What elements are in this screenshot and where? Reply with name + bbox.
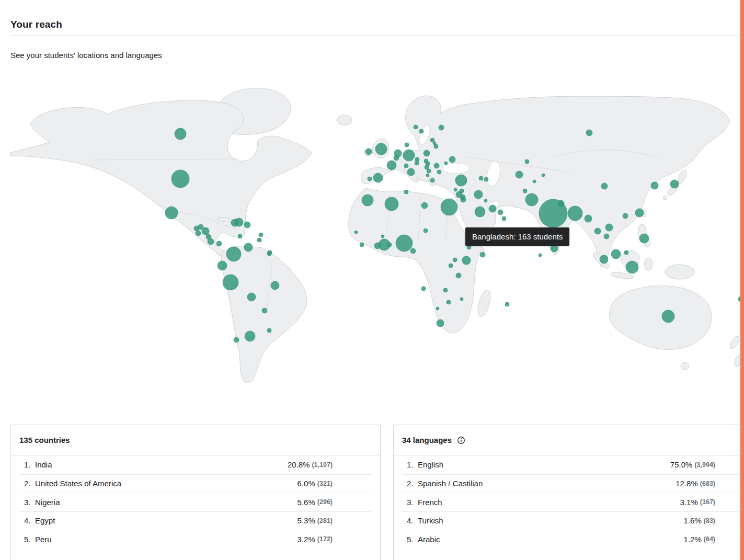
map-bubble[interactable] bbox=[426, 174, 429, 177]
map-bubble[interactable] bbox=[454, 188, 457, 191]
map-bubble[interactable] bbox=[670, 180, 679, 188]
map-bubble[interactable] bbox=[439, 125, 444, 130]
map-bubble[interactable] bbox=[171, 170, 189, 188]
map-bubble[interactable] bbox=[244, 222, 250, 228]
map-bubble[interactable] bbox=[568, 206, 582, 221]
map-bubble[interactable] bbox=[175, 128, 186, 140]
map-bubble[interactable] bbox=[423, 150, 430, 156]
map-bubble[interactable] bbox=[415, 161, 419, 165]
map-bubble[interactable] bbox=[453, 258, 457, 262]
map-bubble[interactable] bbox=[365, 148, 372, 155]
map-bubble[interactable] bbox=[245, 331, 255, 341]
map-bubble[interactable] bbox=[475, 207, 485, 217]
map-bubble[interactable] bbox=[421, 287, 426, 291]
map-bubble[interactable] bbox=[447, 300, 451, 304]
map-bubble[interactable] bbox=[373, 173, 383, 182]
map-bubble[interactable] bbox=[430, 178, 434, 182]
map-bubble[interactable] bbox=[423, 228, 428, 233]
map-bubble[interactable] bbox=[611, 249, 621, 259]
map-bubble[interactable] bbox=[208, 238, 214, 245]
map-bubble[interactable] bbox=[437, 170, 441, 174]
map-bubble[interactable] bbox=[460, 298, 463, 301]
map-bubble[interactable] bbox=[238, 234, 242, 238]
map-bubble[interactable] bbox=[523, 189, 527, 193]
map-bubble[interactable] bbox=[441, 199, 457, 215]
map-bubble[interactable] bbox=[387, 243, 392, 247]
map-bubble[interactable] bbox=[455, 175, 467, 186]
map-bubble[interactable] bbox=[479, 176, 483, 180]
map-bubble[interactable] bbox=[404, 190, 408, 194]
map-bubble[interactable] bbox=[247, 293, 256, 301]
map-bubble[interactable] bbox=[639, 234, 649, 243]
map-bubble[interactable] bbox=[262, 308, 267, 313]
map-bubble[interactable] bbox=[484, 177, 488, 181]
map-bubble[interactable] bbox=[461, 197, 466, 202]
map-bubble[interactable] bbox=[449, 156, 455, 163]
map-bubble[interactable] bbox=[394, 155, 399, 161]
map-bubble[interactable] bbox=[354, 231, 358, 234]
map-bubble[interactable] bbox=[533, 180, 536, 183]
map-bubble[interactable] bbox=[362, 195, 373, 206]
map-bubble[interactable] bbox=[196, 231, 201, 236]
map-bubble[interactable] bbox=[407, 168, 415, 176]
map-bubble[interactable] bbox=[267, 328, 271, 333]
map-bubble[interactable] bbox=[385, 197, 398, 211]
map-bubble[interactable] bbox=[480, 252, 485, 257]
map-bubble[interactable] bbox=[421, 202, 428, 209]
map-bubble[interactable] bbox=[551, 245, 558, 252]
map-bubble[interactable] bbox=[360, 243, 364, 247]
map-bubble[interactable] bbox=[381, 235, 384, 238]
map-bubble[interactable] bbox=[410, 248, 416, 254]
map-bubble[interactable] bbox=[586, 130, 592, 136]
map-bubble[interactable] bbox=[558, 200, 564, 207]
map-bubble[interactable] bbox=[259, 233, 263, 237]
map-bubble[interactable] bbox=[267, 252, 271, 256]
map-bubble[interactable] bbox=[651, 182, 658, 189]
map-bubble[interactable] bbox=[443, 288, 448, 292]
map-bubble[interactable] bbox=[226, 247, 241, 261]
map-bubble[interactable] bbox=[434, 144, 438, 148]
map-bubble[interactable] bbox=[419, 129, 423, 133]
map-bubble[interactable] bbox=[235, 218, 243, 226]
map-bubble[interactable] bbox=[405, 143, 409, 147]
map-bubble[interactable] bbox=[635, 209, 644, 217]
map-bubble[interactable] bbox=[626, 261, 638, 273]
map-bubble[interactable] bbox=[484, 199, 487, 202]
map-bubble[interactable] bbox=[585, 215, 592, 222]
map-bubble[interactable] bbox=[623, 213, 628, 219]
map-bubble[interactable] bbox=[444, 162, 448, 165]
map-bubble[interactable] bbox=[403, 150, 415, 161]
map-bubble[interactable] bbox=[525, 159, 529, 164]
map-bubble[interactable] bbox=[234, 337, 239, 342]
map-bubble[interactable] bbox=[165, 207, 178, 219]
map-bubble[interactable] bbox=[430, 138, 434, 142]
info-icon[interactable] bbox=[457, 436, 465, 444]
map-bubble[interactable] bbox=[216, 241, 222, 246]
map-bubble[interactable] bbox=[271, 281, 279, 290]
map-bubble[interactable] bbox=[218, 261, 227, 270]
map-bubble[interactable] bbox=[600, 255, 608, 264]
map-bubble[interactable] bbox=[498, 210, 503, 215]
map-bubble[interactable] bbox=[605, 224, 613, 231]
map-bubble[interactable] bbox=[462, 256, 471, 265]
map-bubble[interactable] bbox=[662, 310, 674, 323]
map-bubble[interactable] bbox=[436, 307, 439, 310]
map-bubble[interactable] bbox=[516, 171, 523, 178]
map-bubble[interactable] bbox=[456, 273, 461, 278]
map-bubble[interactable] bbox=[505, 302, 509, 306]
map-bubble[interactable] bbox=[449, 264, 453, 268]
map-bubble[interactable] bbox=[525, 193, 538, 206]
map-bubble[interactable] bbox=[437, 319, 444, 327]
map-bubble[interactable] bbox=[624, 250, 628, 255]
map-bubble[interactable] bbox=[375, 143, 387, 155]
map-bubble[interactable] bbox=[434, 163, 439, 168]
map-bubble[interactable] bbox=[539, 254, 542, 257]
map-bubble[interactable] bbox=[474, 190, 483, 199]
map-bubble[interactable] bbox=[414, 125, 418, 129]
map-bubble[interactable] bbox=[396, 235, 413, 252]
map-bubble[interactable] bbox=[257, 238, 261, 242]
map-bubble[interactable] bbox=[467, 245, 471, 249]
map-bubble[interactable] bbox=[202, 227, 209, 235]
map-bubble[interactable] bbox=[502, 216, 506, 221]
map-bubble[interactable] bbox=[368, 177, 372, 181]
